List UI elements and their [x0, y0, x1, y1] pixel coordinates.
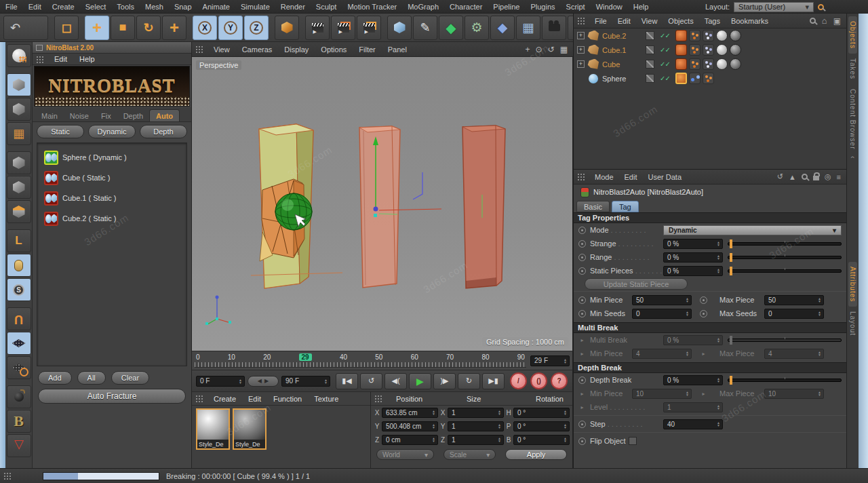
phong-tag-icon[interactable]	[689, 58, 701, 70]
coordinate-system-button[interactable]	[275, 16, 299, 40]
spinner-icon[interactable]	[561, 423, 567, 429]
render-to-picture-button[interactable]	[331, 16, 355, 40]
spinner-icon[interactable]	[815, 391, 821, 396]
viewport-menu-panel[interactable]: Panel	[382, 45, 413, 54]
search-icon[interactable]	[818, 4, 824, 10]
x-axis-lock-button[interactable]: X	[193, 16, 217, 40]
depth-max-piece-field[interactable]: 10	[764, 389, 824, 399]
object-name[interactable]: Cube.2	[602, 32, 646, 40]
material-tag-icon[interactable]	[716, 58, 728, 70]
spinner-icon[interactable]	[683, 297, 689, 303]
toggle-view-icon[interactable]: ▦	[560, 45, 568, 54]
phong-tag-icon[interactable]	[703, 73, 714, 84]
panel-icon[interactable]: ▣	[833, 16, 841, 26]
nitroblast-tab[interactable]: Auto	[149, 109, 180, 121]
list-item[interactable]: Cube.2 ( Static )	[40, 208, 184, 229]
rotation-p-field[interactable]: 0 °	[513, 421, 570, 431]
max-piece-field[interactable]: 50	[764, 295, 824, 305]
static-pieces-slider[interactable]	[728, 269, 842, 273]
spinner-icon[interactable]	[561, 437, 567, 442]
anim-dot-icon[interactable]	[578, 421, 586, 428]
menubar-item[interactable]: Plugins	[525, 3, 560, 11]
home-icon[interactable]: ⌂	[822, 16, 827, 26]
strange-slider[interactable]	[728, 242, 842, 246]
material-tag-icon[interactable]	[716, 44, 728, 56]
mode-button[interactable]: Dynamic	[88, 125, 136, 138]
focus-icon[interactable]: ◎	[825, 172, 831, 181]
collapse-icon[interactable]: ‹	[848, 155, 858, 160]
menubar-item[interactable]: MoGraph	[402, 3, 444, 11]
multi-break-field[interactable]: 0 %	[663, 335, 723, 345]
nitroblast-titlebar[interactable]: NitroBlast 2.00	[33, 42, 191, 54]
anim-dot-icon[interactable]	[578, 438, 586, 445]
material-tag-icon[interactable]	[716, 30, 728, 41]
spinner-icon[interactable]	[815, 311, 821, 316]
spinner-icon[interactable]	[714, 241, 720, 246]
spinner-icon[interactable]	[429, 423, 435, 429]
om-menu-file[interactable]: File	[589, 17, 612, 25]
action-button[interactable]: Clear	[111, 371, 149, 385]
step-field[interactable]: 40	[663, 419, 723, 429]
workplane-paint-button[interactable]: ▦	[7, 122, 31, 145]
search-icon[interactable]	[810, 18, 816, 24]
undo-button[interactable]: ↶	[3, 16, 48, 40]
menubar-item[interactable]: Create	[47, 3, 80, 11]
anim-dot-icon[interactable]	[700, 310, 707, 317]
menubar-item[interactable]: Motion Tracker	[342, 3, 402, 11]
viewport-menu-options[interactable]: Options	[315, 45, 353, 54]
menubar-item[interactable]: Edit	[23, 3, 47, 11]
menubar-item[interactable]: Pipeline	[488, 3, 525, 11]
move-tool-button[interactable]: +	[85, 16, 109, 40]
position-x-field[interactable]: 633.85 cm	[382, 408, 438, 418]
history-icon[interactable]: ↺	[777, 172, 783, 181]
grip-icon[interactable]	[577, 173, 586, 180]
om-menu-tags[interactable]: Tags	[699, 17, 726, 25]
range-field[interactable]: 0 %	[663, 252, 723, 263]
anim-dot-icon[interactable]	[578, 267, 586, 275]
object-name[interactable]: Sphere	[602, 75, 646, 83]
layer-icon[interactable]	[646, 74, 654, 83]
visibility-dots-icon[interactable]: ✓✓	[660, 75, 670, 82]
thrausi-cone-button[interactable]: △	[7, 434, 31, 457]
anim-dot-icon[interactable]	[578, 254, 586, 261]
spinner-icon[interactable]	[236, 379, 242, 384]
anim-dot-icon[interactable]	[578, 240, 586, 248]
subdivision-surface-button[interactable]: ◆	[439, 16, 463, 40]
object-row[interactable]: + Cube.2 ✓✓	[574, 28, 846, 43]
menubar-item[interactable]: Animate	[197, 3, 235, 11]
spinner-icon[interactable]	[714, 337, 720, 343]
spinner-icon[interactable]	[683, 391, 689, 396]
size-mode-dropdown[interactable]: Scale	[443, 449, 496, 460]
nitroblast-tab[interactable]: Fix	[95, 110, 117, 121]
nitroblast-tab[interactable]: Depth	[117, 110, 149, 121]
z-axis-lock-button[interactable]: Z	[244, 16, 269, 40]
scale-tool-button[interactable]: ■	[111, 16, 135, 40]
material-menu-texture[interactable]: Texture	[308, 395, 344, 403]
om-menu-edit[interactable]: Edit	[612, 17, 636, 25]
play-forwards-button[interactable]: ▶	[409, 373, 431, 389]
nitroblast-menu-edit[interactable]: Edit	[48, 55, 73, 63]
grip-icon[interactable]	[577, 17, 586, 24]
menubar-item[interactable]: Mesh	[140, 3, 169, 11]
zoom-view-icon[interactable]: ⊙	[536, 45, 542, 54]
layout-dropdown[interactable]: Startup (User)	[734, 2, 814, 12]
selection-tag-icon[interactable]	[703, 58, 714, 70]
camera-button[interactable]	[542, 16, 566, 40]
autokey-button[interactable]: ()	[530, 372, 547, 389]
edges-mode-button[interactable]	[7, 176, 31, 199]
mode-button[interactable]: Static	[37, 125, 84, 138]
menubar-item[interactable]: Simulate	[235, 3, 275, 11]
spinner-icon[interactable]	[714, 421, 720, 427]
dock-tab[interactable]: Objects	[848, 16, 857, 54]
action-button[interactable]: All	[77, 371, 106, 385]
material-menu-function[interactable]: Function	[267, 395, 308, 403]
phong-tag-icon[interactable]	[689, 30, 701, 41]
rotate-view-icon[interactable]: ↺	[548, 45, 555, 54]
auto-fracture-button[interactable]: Auto Fracture	[38, 389, 186, 404]
min-seeds-field[interactable]: 0	[632, 309, 692, 319]
spinner-icon[interactable]	[429, 410, 435, 415]
position-z-field[interactable]: 0 cm	[382, 435, 438, 445]
attr-menu-edit[interactable]: Edit	[619, 173, 643, 181]
cursor-icon[interactable]: ▲	[789, 173, 796, 181]
live-selection-tool-button[interactable]	[7, 44, 31, 67]
